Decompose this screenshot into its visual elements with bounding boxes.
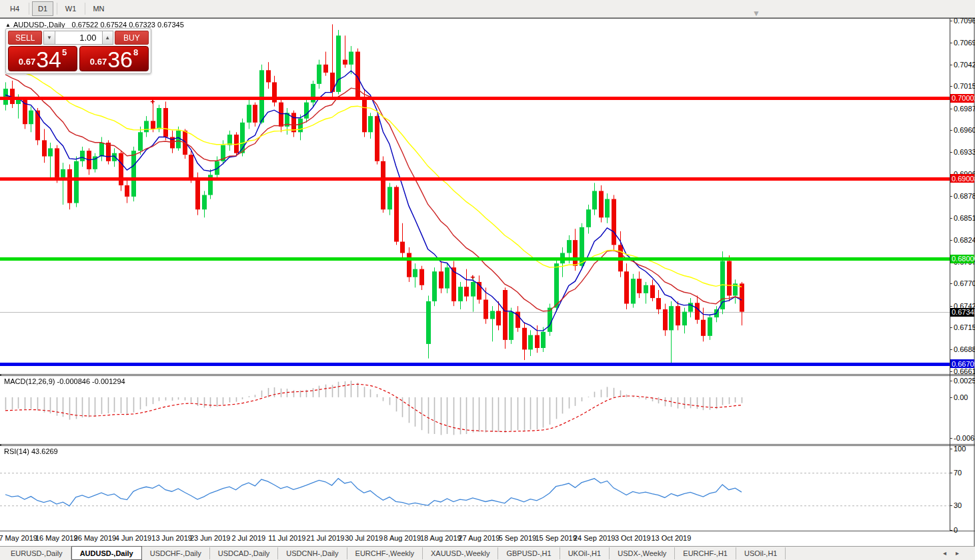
buy-price-big: 36: [107, 49, 133, 69]
sell-price-prefix: 0.67: [19, 57, 35, 67]
rsi-label: RSI(14) 43.6269: [4, 447, 58, 455]
axis-tick-mark: [950, 349, 952, 350]
chart-tab-eurchf-h1[interactable]: EURCHF-,H1: [675, 547, 736, 559]
date-axis-label: 5 Sep 2019: [499, 534, 536, 542]
buy-button[interactable]: BUY: [115, 31, 149, 45]
chart-tab-usdcad-daily[interactable]: USDCAD-,Daily: [210, 547, 279, 559]
macd-value-signal: -0.001294: [92, 377, 125, 385]
volume-decrease-button[interactable]: ▼: [43, 31, 55, 45]
macd-axis-tick: 0.00: [954, 393, 968, 401]
date-axis-label: 11 Jul 2019: [268, 534, 305, 542]
timeframe-button-h4[interactable]: H4: [4, 1, 25, 16]
axis-tick-mark: [950, 283, 952, 284]
macd-panel-bottom-border[interactable]: [0, 444, 975, 445]
price-axis-tick: 0.66880: [954, 345, 975, 353]
price-axis-tick: 0.69875: [954, 105, 975, 113]
volume-input[interactable]: [55, 31, 102, 45]
date-axis-label: 26 May 2019: [74, 534, 117, 542]
axis-tick-mark: [950, 397, 952, 398]
price-axis-tick: 0.70965: [954, 17, 975, 25]
axis-tick-mark: [950, 130, 952, 131]
timeframe-button-mn[interactable]: MN: [88, 1, 109, 16]
toolbar-separator: [29, 3, 29, 15]
toolbar-separator: [57, 3, 57, 15]
macd-axis-tick: 0.002574: [954, 377, 975, 385]
axis-tick-mark: [950, 109, 952, 109]
close-value: 0.67345: [157, 21, 184, 29]
tab-scroll-left-icon[interactable]: ◂: [943, 549, 956, 557]
axis-tick-mark: [950, 530, 952, 531]
rsi-axis-tick: 0: [954, 526, 958, 534]
date-axis-label: 4 Jun 2019: [115, 534, 151, 542]
axis-tick-mark: [950, 43, 952, 43]
volume-increase-button[interactable]: ▲: [102, 31, 113, 45]
price-axis-tick: 0.69330: [954, 148, 975, 156]
chart-tab-bar: EURUSD-,DailyAUDUSD-,DailyUSDCHF-,DailyU…: [0, 546, 975, 560]
date-axis[interactable]: 7 May 201916 May 201926 May 20194 Jun 20…: [0, 531, 950, 546]
chart-tab-usdchf-daily[interactable]: USDCHF-,Daily: [142, 547, 210, 559]
one-click-trading-panel: SELL ▼ ▲ BUY 0.67 34 5 0.67 36 8: [5, 28, 151, 74]
macd-axis-tick: -0.006326: [954, 434, 975, 442]
date-axis-label: 13 Jun 2019: [151, 534, 192, 542]
price-axis-tick: 0.67700: [954, 279, 975, 287]
timeframe-button-w1[interactable]: W1: [60, 1, 81, 16]
chart-tab-eurchf-weekly[interactable]: EURCHF-,Weekly: [347, 547, 423, 559]
price-axis-tick: 0.68785: [954, 192, 975, 200]
axis-tick-mark: [950, 381, 952, 381]
chart-tab-usdx-weekly[interactable]: USDX-,Weekly: [610, 547, 675, 559]
chart-tab-ukoil-h1[interactable]: UKOil-,H1: [560, 547, 610, 559]
price-axis-tick: 0.67155: [954, 323, 975, 331]
price-badge: 0.66705: [950, 359, 974, 368]
timeframe-button-d1[interactable]: D1: [32, 1, 53, 16]
chart-shift-marker-icon[interactable]: ▼: [751, 9, 762, 18]
price-axis-tick: 0.70150: [954, 82, 975, 90]
buy-price-button[interactable]: 0.67 36 8: [79, 46, 149, 71]
date-axis-label: 18 Aug 2019: [420, 534, 461, 542]
sell-price-button[interactable]: 0.67 34 5: [8, 46, 77, 71]
price-badge: 0.69003: [950, 174, 974, 183]
axis-tick-mark: [950, 449, 952, 449]
date-axis-label: 16 May 2019: [35, 534, 78, 542]
chart-tab-usdcnh-daily[interactable]: USDCNH-,Daily: [278, 547, 347, 559]
sell-price-pip: 5: [62, 47, 67, 57]
price-badge: 0.70002: [950, 94, 974, 103]
main-panel-bottom-border[interactable]: [0, 374, 975, 375]
date-axis-label: 2 Jul 2019: [231, 534, 265, 542]
tab-scroll-right-icon[interactable]: ▸: [956, 549, 968, 557]
terminal-window: H4D1W1MN ▼ ▲AUDUSD-,Daily0.67522 0.67524…: [0, 0, 975, 560]
axis-tick-mark: [950, 438, 952, 439]
chart-tab-audusd-daily[interactable]: AUDUSD-,Daily: [71, 546, 142, 560]
price-axis-tick: 0.70420: [954, 61, 975, 69]
chart-tab-usoil-h1[interactable]: USOil-,H1: [736, 547, 786, 559]
date-axis-label: 15 Sep 2019: [535, 534, 576, 542]
axis-tick-mark: [950, 306, 952, 307]
axis-tick-mark: [950, 152, 952, 153]
axis-tick-mark: [950, 196, 952, 197]
axis-tick-mark: [950, 371, 952, 372]
macd-value-main: -0.000846: [57, 377, 90, 385]
price-axis-tick: 0.68240: [954, 236, 975, 244]
macd-indicator-chart[interactable]: [0, 376, 950, 444]
chart-tab-eurusd-daily[interactable]: EURUSD-,Daily: [3, 547, 71, 559]
toolbar-separator: [85, 3, 85, 15]
date-axis-label: 23 Jun 2019: [190, 534, 231, 542]
axis-tick-mark: [950, 65, 952, 65]
sell-price-big: 34: [36, 49, 61, 69]
axis-tick-mark: [950, 473, 952, 473]
collapse-arrow-icon[interactable]: ▲: [5, 22, 11, 28]
date-axis-label: 13 Oct 2019: [651, 534, 691, 542]
timeframe-toolbar: H4D1W1MN: [0, 0, 975, 18]
price-badge: 0.68006: [950, 255, 974, 263]
rsi-indicator-chart[interactable]: [0, 446, 950, 531]
chart-tab-xauusd-weekly[interactable]: XAUUSD-,Weekly: [423, 547, 498, 559]
chart-tab-gbpusd-h1[interactable]: GBPUSD-,H1: [498, 547, 560, 559]
rsi-axis-tick: 100: [954, 445, 966, 453]
rsi-axis-tick: 70: [954, 469, 962, 477]
axis-tick-mark: [950, 218, 952, 219]
price-axis-tick: 0.69605: [954, 126, 975, 134]
sell-button[interactable]: SELL: [8, 31, 42, 45]
date-axis-label: 3 Oct 2019: [615, 534, 651, 542]
buy-price-pip: 8: [133, 47, 138, 57]
date-axis-label: 8 Aug 2019: [383, 534, 421, 542]
axis-tick-mark: [950, 86, 952, 87]
